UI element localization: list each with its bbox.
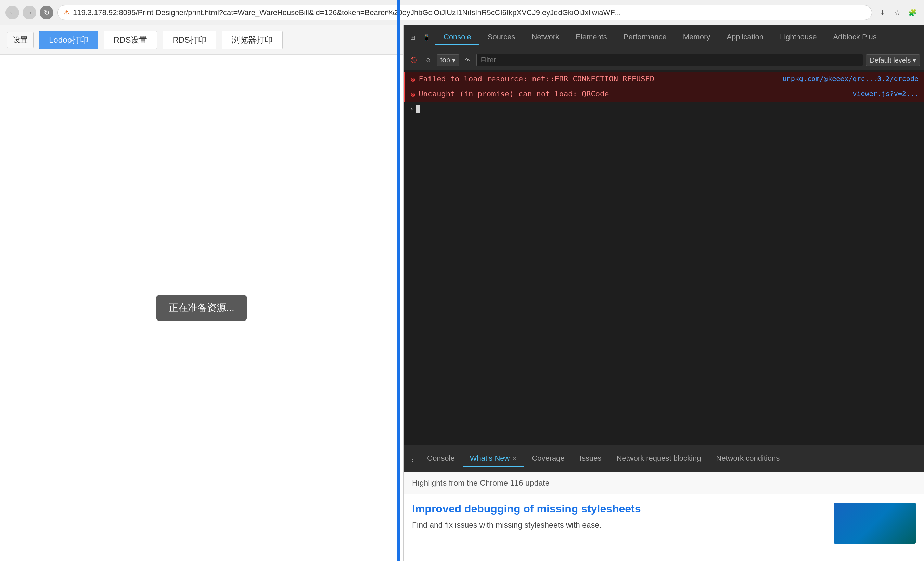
devtools-panel: ⊞ 📱 Console Sources Network Elements Per… (404, 25, 924, 561)
console-clear-icon[interactable]: 🚫 (408, 54, 420, 66)
bottom-tab-issues[interactable]: Issues (573, 451, 609, 467)
bottom-tab-network-request-blocking-label: Network request blocking (616, 454, 701, 463)
browser-actions: ⬇ ☆ 🧩 (876, 6, 918, 19)
extensions-icon[interactable]: 🧩 (906, 6, 918, 19)
bottom-tab-network-request-blocking[interactable]: Network request blocking (609, 451, 708, 467)
whats-new-header: Highlights from the Chrome 116 update (404, 473, 924, 494)
error-source-2[interactable]: viewer.js?v=2... (852, 90, 918, 98)
bottom-tab-issues-label: Issues (580, 454, 602, 463)
tab-elements[interactable]: Elements (567, 30, 615, 45)
whats-new-panel: Highlights from the Chrome 116 update Im… (404, 473, 924, 561)
page-area: 设置 Lodop打印 RDS设置 RDS打印 浏览器打印 正在准备资源... (0, 25, 404, 561)
prompt-arrow: › (409, 105, 414, 113)
console-eye-icon[interactable]: 👁 (462, 54, 474, 66)
bottom-tab-console[interactable]: Console (420, 451, 462, 467)
page-toolbar: 设置 Lodop打印 RDS设置 RDS打印 浏览器打印 (0, 25, 403, 55)
browser-print-button[interactable]: 浏览器打印 (222, 31, 283, 49)
bottom-tab-whats-new[interactable]: What's New ✕ (463, 451, 524, 467)
error-icon-2: ⊗ (411, 90, 415, 99)
bottom-tab-menu-icon[interactable]: ⋮ (406, 453, 419, 465)
reload-button[interactable]: ↻ (40, 6, 53, 19)
whats-new-image (834, 503, 916, 543)
devtools-bottom-section: ⋮ Console What's New ✕ Coverage Issues N… (404, 445, 924, 561)
tab-console[interactable]: Console (435, 30, 480, 45)
tab-memory[interactable]: Memory (675, 30, 718, 45)
security-icon: ⚠ (63, 8, 70, 17)
context-selector[interactable]: top ▾ (436, 54, 459, 66)
tab-application[interactable]: Application (718, 30, 772, 45)
download-icon[interactable]: ⬇ (876, 6, 888, 19)
devtools-left-icons: ⊞ 📱 (406, 31, 433, 44)
forward-button[interactable]: → (22, 6, 36, 19)
bottom-tab-coverage-label: Coverage (532, 454, 564, 463)
error-source-1[interactable]: unpkg.com/@keeex/qrc...0.2/qrcode (783, 75, 918, 83)
lodop-print-button[interactable]: Lodop打印 (39, 31, 98, 49)
error-message-1: ⊗ Failed to load resource: net::ERR_CONN… (404, 72, 924, 87)
tab-performance[interactable]: Performance (615, 30, 675, 45)
nav-icons: ← → ↻ (6, 6, 53, 19)
bottom-tab-console-label: Console (427, 454, 455, 463)
tab-network[interactable]: Network (523, 30, 567, 45)
filter-input[interactable] (476, 54, 863, 66)
bottom-tab-whats-new-label: What's New (470, 454, 510, 463)
console-toolbar: 🚫 ⊘ top ▾ 👁 Default levels ▾ (404, 50, 924, 70)
error-text-2: Uncaught (in promise) can not load: QRCo… (418, 90, 849, 98)
url-text: 119.3.178.92:8095/Print-Designer/print.h… (73, 8, 621, 17)
devtools-tabs: ⊞ 📱 Console Sources Network Elements Per… (404, 25, 924, 50)
whats-new-header-text: Highlights from the Chrome 116 update (412, 479, 549, 488)
settings-button[interactable]: 设置 (7, 32, 33, 48)
loading-badge: 正在准备资源... (156, 295, 246, 320)
whats-new-content: Improved debugging of missing stylesheet… (404, 494, 924, 561)
console-messages: ⊗ Failed to load resource: net::ERR_CONN… (404, 70, 924, 445)
bottom-tab-coverage[interactable]: Coverage (525, 451, 571, 467)
browser-chrome: ← → ↻ ⚠ 119.3.178.92:8095/Print-Designer… (0, 0, 924, 25)
page-content: 正在准备资源... (0, 55, 403, 561)
rds-settings-button[interactable]: RDS设置 (104, 31, 158, 49)
blue-bar (397, 25, 400, 561)
main-area: 设置 Lodop打印 RDS设置 RDS打印 浏览器打印 正在准备资源... ⊞… (0, 25, 924, 561)
console-filter-icon[interactable]: ⊘ (422, 54, 434, 66)
devtools-inspect-icon[interactable]: ⊞ (406, 31, 419, 44)
tab-lighthouse[interactable]: Lighthouse (772, 30, 825, 45)
context-chevron: ▾ (452, 56, 456, 64)
context-label: top (441, 56, 450, 64)
devtools-device-icon[interactable]: 📱 (420, 31, 433, 44)
devtools-bottom-tabs: ⋮ Console What's New ✕ Coverage Issues N… (404, 445, 924, 473)
bottom-tab-network-conditions[interactable]: Network conditions (709, 451, 786, 467)
back-button[interactable]: ← (6, 6, 19, 19)
bottom-tab-network-conditions-label: Network conditions (716, 454, 780, 463)
bottom-tab-whats-new-close[interactable]: ✕ (512, 455, 517, 462)
tab-sources[interactable]: Sources (480, 30, 524, 45)
rds-print-button[interactable]: RDS打印 (162, 31, 216, 49)
tab-adblock[interactable]: Adblock Plus (825, 30, 885, 45)
bookmark-icon[interactable]: ☆ (891, 6, 903, 19)
address-bar[interactable]: ⚠ 119.3.178.92:8095/Print-Designer/print… (57, 5, 872, 20)
error-text-1: Failed to load resource: net::ERR_CONNEC… (418, 75, 779, 83)
cursor (417, 105, 420, 113)
default-levels-selector[interactable]: Default levels ▾ (866, 54, 920, 66)
console-prompt[interactable]: › (404, 102, 924, 116)
error-message-2: ⊗ Uncaught (in promise) can not load: QR… (404, 87, 924, 102)
error-icon-1: ⊗ (411, 75, 415, 84)
